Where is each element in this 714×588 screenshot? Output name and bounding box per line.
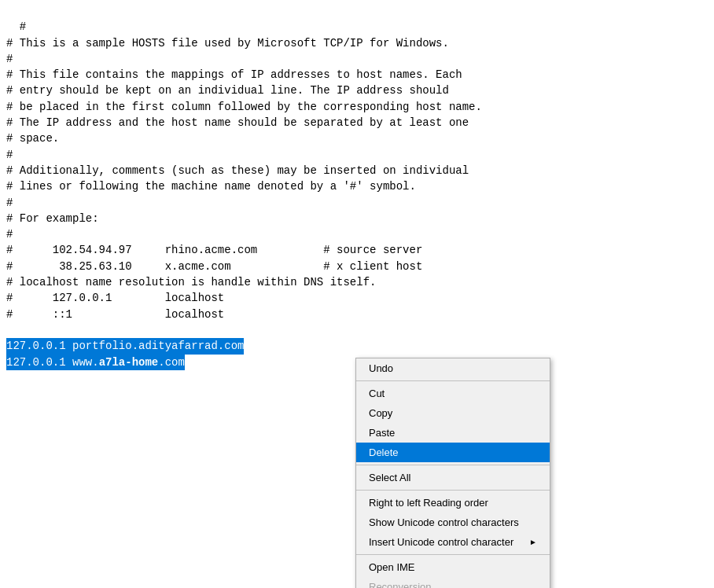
menu-item-copy[interactable]: Copy <box>356 403 550 423</box>
selected-line-1: 127.0.0.1 portfolio.adityafarrad.com <box>6 338 244 354</box>
menu-item-undo[interactable]: Undo <box>356 358 550 378</box>
menu-item-show-unicode[interactable]: Show Unicode control characters <box>356 513 550 532</box>
submenu-arrow-icon: ► <box>529 538 537 546</box>
menu-separator-4 <box>356 554 550 555</box>
text-editor[interactable]: # # This is a sample HOSTS file used by … <box>0 0 714 373</box>
menu-item-insert-unicode-label: Insert Unicode control character <box>369 536 513 548</box>
menu-separator-1 <box>356 380 550 381</box>
menu-separator-3 <box>356 490 550 491</box>
menu-item-delete[interactable]: Delete <box>356 443 550 462</box>
menu-item-select-all[interactable]: Select All <box>356 468 550 487</box>
menu-item-paste[interactable]: Paste <box>356 423 550 443</box>
menu-separator-2 <box>356 465 550 465</box>
menu-item-cut[interactable]: Cut <box>356 384 550 403</box>
context-menu: Undo Cut Copy Paste Delete Select All Ri… <box>355 358 550 588</box>
menu-item-reconversion: Reconversion <box>356 577 550 588</box>
menu-item-rtl[interactable]: Right to left Reading order <box>356 493 550 513</box>
menu-item-open-ime[interactable]: Open IME <box>356 557 550 577</box>
selected-line-2: 127.0.0.1 www.a7la-home.com <box>6 355 185 370</box>
menu-item-insert-unicode[interactable]: Insert Unicode control character ► <box>356 532 550 552</box>
editor-content: # # This is a sample HOSTS file used by … <box>6 20 482 320</box>
